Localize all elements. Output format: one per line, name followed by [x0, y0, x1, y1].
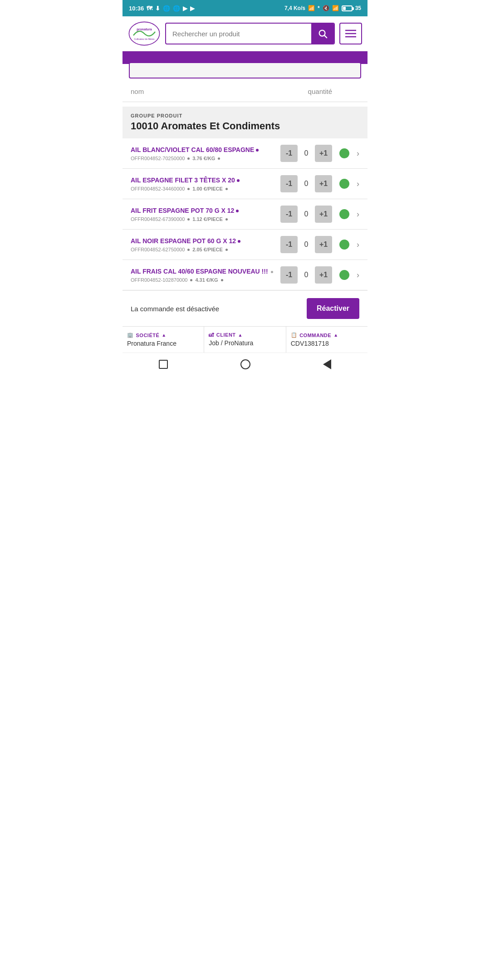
search-input[interactable]: [166, 30, 311, 38]
wifi-icon: 📶: [308, 5, 315, 11]
qty-plus-4[interactable]: +1: [315, 236, 332, 253]
product-name-3: AIL FRIT ESPAGNE POT 70 G X 12: [131, 206, 276, 215]
svg-line-4: [324, 35, 327, 38]
qty-control-4[interactable]: -1 0 +1: [280, 236, 332, 253]
product-meta-4: OFFR004852-62750000 2.05 €/PIECE: [131, 247, 276, 252]
svg-text:pronatura: pronatura: [137, 27, 152, 31]
footer-nav: 🏢 SOCIÉTÉ ▲ Pronatura France 🛋 CLIENT ▲ …: [122, 326, 368, 353]
qty-minus-5[interactable]: -1: [280, 266, 298, 284]
product-info-1: AIL BLANC/VIOLET CAL 60/80 ESPAGNE OFFR0…: [131, 146, 276, 161]
qty-value-3: 0: [299, 210, 314, 218]
android-back-button[interactable]: [323, 359, 331, 369]
menu-button[interactable]: [339, 23, 362, 44]
qty-value-4: 0: [299, 240, 314, 249]
qty-minus-4[interactable]: -1: [280, 236, 298, 253]
col-nom: nom: [131, 88, 144, 95]
product-meta-1: OFFR004852-70250000 3.76 €/KG: [131, 156, 276, 161]
product-info-3: AIL FRIT ESPAGNE POT 70 G X 12 OFFR00485…: [131, 206, 276, 222]
status-dot-5: [339, 270, 349, 280]
product-name-1: AIL BLANC/VIOLET CAL 60/80 ESPAGNE: [131, 146, 276, 154]
qty-minus-1[interactable]: -1: [280, 145, 298, 162]
qty-control-5[interactable]: -1 0 +1: [280, 266, 332, 284]
footer-societe-label: 🏢 SOCIÉTÉ ▲: [127, 332, 199, 338]
client-icon: 🛋: [209, 332, 214, 338]
qty-control-2[interactable]: -1 0 +1: [280, 175, 332, 192]
footer-client-label: 🛋 CLIENT ▲: [209, 332, 281, 338]
signal-icon2: 🌐: [173, 5, 180, 12]
search-bar[interactable]: [165, 23, 335, 44]
chevron-icon-2[interactable]: ›: [357, 179, 359, 189]
footer-commande-label: 📋 COMMANDE ▲: [291, 332, 363, 338]
qty-control-3[interactable]: -1 0 +1: [280, 206, 332, 223]
qty-plus-3[interactable]: +1: [315, 206, 332, 223]
footer-client[interactable]: 🛋 CLIENT ▲ Job / ProNatura: [204, 327, 286, 353]
product-item: AIL BLANC/VIOLET CAL 60/80 ESPAGNE OFFR0…: [122, 138, 368, 169]
product-item: AIL FRAIS CAL 40/60 ESPAGNE NOUVEAU !!! …: [122, 260, 368, 290]
status-time: 10:36: [129, 5, 144, 12]
col-quantite: quantité: [308, 88, 332, 95]
chevron-icon-3[interactable]: ›: [357, 210, 359, 219]
footer-societe[interactable]: 🏢 SOCIÉTÉ ▲ Pronatura France: [122, 327, 204, 353]
footer-societe-value: Pronatura France: [127, 340, 199, 347]
product-item: AIL ESPAGNE FILET 3 TÊTES X 20 OFFR00485…: [122, 169, 368, 199]
logo[interactable]: pronatura Cultivateur de filières: [128, 21, 161, 46]
status-dot-1: [339, 148, 349, 158]
column-headers: nom quantité: [122, 80, 368, 102]
footer-client-value: Job / ProNatura: [209, 339, 281, 347]
chevron-icon-1[interactable]: ›: [357, 149, 359, 158]
chevron-icon-4[interactable]: ›: [357, 240, 359, 250]
qty-value-1: 0: [299, 149, 314, 157]
download-icon: ⬇: [155, 5, 160, 12]
network-speed: 7,4 Ko/s: [284, 5, 305, 11]
maps-icon: 🗺: [147, 5, 152, 12]
qty-value-5: 0: [299, 271, 314, 279]
group-title: 10010 Aromates Et Condiments: [131, 120, 359, 132]
android-home-button[interactable]: [240, 359, 250, 369]
play-icon2: ▶: [190, 5, 195, 12]
product-list: AIL BLANC/VIOLET CAL 60/80 ESPAGNE OFFR0…: [122, 138, 368, 290]
group-header: GROUPE PRODUIT 10010 Aromates Et Condime…: [122, 107, 368, 138]
footer-commande[interactable]: 📋 COMMANDE ▲ CDV1381718: [286, 327, 368, 353]
product-name-5: AIL FRAIS CAL 40/60 ESPAGNE NOUVEAU !!!: [131, 267, 276, 275]
product-meta-2: OFFR004852-34460000 1.00 €/PIECE: [131, 186, 276, 191]
android-nav-bar: [122, 353, 368, 377]
product-meta-5: OFFR004852-102870000 4.31 €/KG: [131, 277, 276, 283]
android-recents-button[interactable]: [159, 360, 168, 369]
product-item: AIL FRIT ESPAGNE POT 70 G X 12 OFFR00485…: [122, 199, 368, 230]
status-dot-2: [339, 179, 349, 189]
societe-icon: 🏢: [127, 332, 134, 338]
qty-plus-2[interactable]: +1: [315, 175, 332, 192]
signal-bars: 📶: [332, 5, 339, 11]
product-name-4: AIL NOIR ESPAGNE POT 60 G X 12: [131, 237, 276, 245]
qty-plus-1[interactable]: +1: [315, 145, 332, 162]
product-info-5: AIL FRAIS CAL 40/60 ESPAGNE NOUVEAU !!! …: [131, 267, 276, 283]
product-meta-3: OFFR004852-67390000 1.12 €/PIECE: [131, 216, 276, 222]
qty-plus-5[interactable]: +1: [315, 266, 332, 284]
product-info-2: AIL ESPAGNE FILET 3 TÊTES X 20 OFFR00485…: [131, 176, 276, 191]
qty-value-2: 0: [299, 180, 314, 188]
deactivated-message: La commande est désactivée: [131, 305, 219, 313]
mute-icon: 🔇: [323, 5, 329, 11]
globe-icon: 🌐: [163, 5, 170, 12]
commande-icon: 📋: [291, 332, 298, 338]
reactivate-button[interactable]: Réactiver: [307, 298, 359, 319]
group-label: GROUPE PRODUIT: [131, 113, 359, 118]
product-name-2: AIL ESPAGNE FILET 3 TÊTES X 20: [131, 176, 276, 184]
product-item: AIL NOIR ESPAGNE POT 60 G X 12 OFFR00485…: [122, 230, 368, 260]
search-button[interactable]: [311, 24, 334, 44]
footer-commande-value: CDV1381718: [291, 340, 363, 347]
banner-input-area[interactable]: [129, 62, 361, 78]
qty-control-1[interactable]: -1 0 +1: [280, 145, 332, 162]
status-dot-3: [339, 209, 349, 219]
status-bar: 10:36 🗺 ⬇ 🌐 🌐 ▶ ▶ 7,4 Ko/s 📶 * 🔇 📶 35: [122, 0, 368, 16]
qty-minus-2[interactable]: -1: [280, 175, 298, 192]
commande-chevron-icon: ▲: [333, 333, 338, 338]
chevron-icon-5[interactable]: ›: [357, 270, 359, 280]
bluetooth-icon: *: [318, 5, 320, 11]
client-chevron-icon: ▲: [238, 333, 243, 338]
deactivated-bar: La commande est désactivée Réactiver: [122, 290, 368, 326]
play-icon: ▶: [183, 5, 187, 12]
header: pronatura Cultivateur de filières: [122, 16, 368, 51]
product-info-4: AIL NOIR ESPAGNE POT 60 G X 12 OFFR00485…: [131, 237, 276, 252]
qty-minus-3[interactable]: -1: [280, 206, 298, 223]
